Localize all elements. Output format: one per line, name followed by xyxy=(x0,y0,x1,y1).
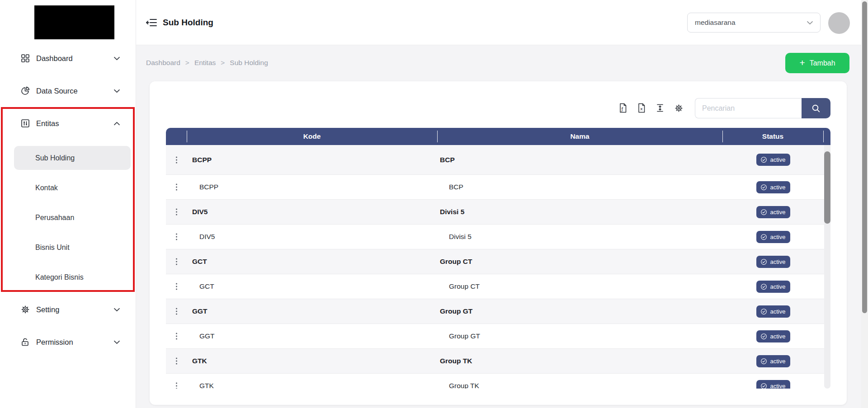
status-badge: active xyxy=(756,305,791,318)
file-excel-icon[interactable]: x xyxy=(637,103,646,113)
check-circle-icon xyxy=(760,209,767,216)
row-kode: GCT xyxy=(187,258,437,266)
search-button[interactable] xyxy=(802,98,830,118)
chevron-down-icon xyxy=(807,21,813,25)
check-circle-icon xyxy=(760,333,767,340)
sidebar-item-data-source[interactable]: Data Source xyxy=(7,81,130,101)
plus-icon: + xyxy=(799,58,805,67)
table-row: BCPPBCPactive xyxy=(166,145,824,175)
status-badge-label: active xyxy=(770,358,786,365)
table-scrollbar-thumb[interactable] xyxy=(824,151,830,224)
tenant-select-value: mediasarana xyxy=(695,19,736,27)
row-actions-kebab[interactable] xyxy=(166,382,187,389)
row-kode: GCT xyxy=(187,282,437,291)
table-row: BCPPBCPactive xyxy=(166,175,824,200)
grid-icon xyxy=(20,53,30,63)
page-scrollbar-track[interactable] xyxy=(861,0,868,408)
table-scrollbar-track[interactable] xyxy=(824,145,830,389)
row-nama: Group CT xyxy=(437,258,722,266)
row-nama: Group GT xyxy=(437,307,722,315)
table-header: Kode Nama Status xyxy=(166,128,830,145)
sidebar-item-setting[interactable]: Setting xyxy=(7,300,130,319)
search-icon xyxy=(811,103,821,113)
status-badge-label: active xyxy=(770,234,786,240)
svg-text:ƒ: ƒ xyxy=(621,106,623,112)
file-pdf-icon[interactable]: ƒ xyxy=(618,103,628,113)
page-scrollbar-thumb[interactable] xyxy=(862,1,867,313)
column-divider xyxy=(187,131,187,142)
breadcrumb: Dashboard>Entitas>Sub Holding xyxy=(146,59,268,67)
column-header-nama[interactable]: Nama xyxy=(437,128,722,145)
breadcrumb-item[interactable]: Entitas xyxy=(194,59,216,67)
status-badge-label: active xyxy=(770,184,786,191)
submenu-item-bisnis-unit[interactable]: Bisnis Unit xyxy=(14,235,131,259)
breadcrumb-separator: > xyxy=(221,59,225,67)
breadcrumb-item[interactable]: Dashboard xyxy=(146,59,180,67)
chevron-down-icon xyxy=(114,308,120,312)
sliders-icon xyxy=(20,118,30,128)
svg-text:x: x xyxy=(640,106,643,111)
submenu-item-label: Sub Holding xyxy=(35,154,75,162)
sidebar-item-dashboard[interactable]: Dashboard xyxy=(7,48,130,68)
submenu-item-kontak[interactable]: Kontak xyxy=(14,176,131,200)
sidebar-collapse-icon[interactable] xyxy=(146,18,157,28)
check-circle-icon xyxy=(760,258,767,265)
sidebar-item-label: Data Source xyxy=(36,87,114,95)
row-status-cell: active xyxy=(722,281,824,293)
row-actions-kebab[interactable] xyxy=(166,357,187,365)
row-status-cell: active xyxy=(722,256,824,268)
status-badge-label: active xyxy=(770,156,786,163)
row-kode: BCPP xyxy=(187,183,437,191)
table-row: DIV5Divisi 5active xyxy=(166,200,824,225)
sidebar-nav: DashboardData SourceEntitasSub HoldingKo… xyxy=(0,48,136,365)
row-nama: BCP xyxy=(437,183,722,191)
avatar[interactable] xyxy=(828,12,850,34)
row-kode: DIV5 xyxy=(187,233,437,241)
check-circle-icon xyxy=(760,383,767,389)
check-circle-icon xyxy=(760,184,767,191)
submenu-item-perusahaan[interactable]: Perusahaan xyxy=(14,206,131,230)
row-actions-kebab[interactable] xyxy=(166,156,187,164)
row-actions-kebab[interactable] xyxy=(166,282,187,291)
row-actions-kebab[interactable] xyxy=(166,258,187,266)
check-circle-icon xyxy=(760,308,767,315)
sidebar-item-label: Setting xyxy=(36,305,114,314)
topbar-left: Sub Holding xyxy=(146,0,213,45)
submenu-item-sub-holding[interactable]: Sub Holding xyxy=(14,146,131,170)
column-settings-icon[interactable] xyxy=(674,103,684,113)
status-badge-label: active xyxy=(770,258,786,265)
status-badge-label: active xyxy=(770,333,786,340)
status-badge-label: active xyxy=(770,283,786,290)
row-nama: Divisi 5 xyxy=(437,208,722,216)
breadcrumb-separator: > xyxy=(185,59,189,67)
page-title: Sub Holding xyxy=(163,18,213,28)
row-nama: Group TK xyxy=(437,382,722,389)
submenu-item-label: Kontak xyxy=(35,184,58,192)
tenant-select[interactable]: mediasarana xyxy=(687,13,821,33)
status-badge: active xyxy=(756,256,791,268)
row-actions-kebab[interactable] xyxy=(166,307,187,315)
check-circle-icon xyxy=(760,283,767,290)
status-badge: active xyxy=(756,355,791,367)
chevron-up-icon xyxy=(114,122,120,126)
unlock-icon xyxy=(20,337,30,347)
status-badge: active xyxy=(756,154,791,166)
text-height-icon[interactable] xyxy=(655,103,665,113)
status-badge-label: active xyxy=(770,308,786,315)
row-actions-kebab[interactable] xyxy=(166,332,187,340)
sidebar-item-permission[interactable]: Permission xyxy=(7,332,130,352)
breadcrumb-item[interactable]: Sub Holding xyxy=(230,59,268,67)
check-circle-icon xyxy=(760,234,767,240)
row-status-cell: active xyxy=(722,231,824,243)
sidebar-item-entitas[interactable]: Entitas xyxy=(7,113,130,133)
row-actions-kebab[interactable] xyxy=(166,233,187,241)
table-row: GGTGroup GTactive xyxy=(166,299,824,324)
column-header-status[interactable]: Status xyxy=(722,128,823,145)
search-input[interactable] xyxy=(695,98,802,118)
sidebar: DashboardData SourceEntitasSub HoldingKo… xyxy=(0,0,136,408)
submenu-item-kategori-bisnis[interactable]: Kategori Bisnis xyxy=(14,265,131,289)
row-actions-kebab[interactable] xyxy=(166,183,187,191)
add-button[interactable]: + Tambah xyxy=(785,53,849,73)
column-header-kode[interactable]: Kode xyxy=(187,128,437,145)
row-actions-kebab[interactable] xyxy=(166,208,187,216)
